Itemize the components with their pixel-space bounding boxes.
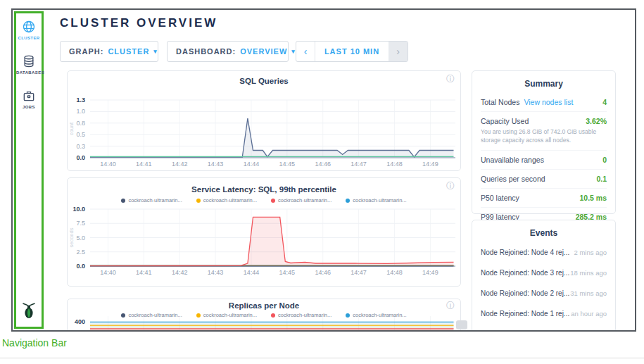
legend-dot-icon (196, 199, 201, 203)
svg-text:14:45: 14:45 (279, 269, 296, 276)
event-row[interactable]: Node Rejoined: Node 1 rej... an hour ago (481, 303, 607, 324)
event-text: Node Rejoined: Node 3 rej... (481, 269, 569, 277)
summary-row-p50: P50 latency 10.5 ms (481, 188, 607, 207)
event-row[interactable]: Node Rejoined: Node 4 rej... 2 mins ago (481, 242, 607, 263)
svg-text:10.0: 10.0 (72, 206, 85, 213)
svg-text:1.3: 1.3 (76, 96, 85, 103)
summary-label: Total Nodes (481, 98, 519, 106)
graph-dropdown-label: GRAPH: (69, 47, 103, 56)
legend-item[interactable]: cockroach-ultramarin... (196, 312, 257, 318)
svg-text:14:49: 14:49 (422, 161, 438, 168)
legend-dot-icon (346, 199, 350, 203)
summary-value: 0.1 (596, 175, 607, 183)
svg-text:14:44: 14:44 (244, 269, 260, 276)
cockroachdb-logo[interactable] (16, 301, 42, 322)
event-row[interactable]: Node Rejoined: Node 2 rej... 31 mins ago (481, 283, 607, 303)
svg-text:0.8: 0.8 (76, 120, 85, 127)
sidebar-item-label: DATABASES (16, 70, 42, 75)
summary-row-unavailable-ranges: Unavailable ranges 0 (481, 150, 607, 169)
svg-text:5.0: 5.0 (76, 234, 85, 241)
legend-item[interactable]: cockroach-ultramarin... (346, 197, 406, 203)
svg-text:seconds: seconds (68, 227, 75, 247)
summary-row-capacity: Capacity Used 3.62% (481, 111, 607, 130)
svg-text:14:48: 14:48 (386, 269, 403, 276)
legend-label: cockroach-ultramarin... (278, 197, 332, 203)
summary-row-total-nodes: Total Nodes View nodes list 4 (481, 93, 607, 111)
event-text: Node Rejoined: Node 4 rej... (481, 330, 569, 332)
legend-item[interactable]: cockroach-ultramarin... (271, 197, 332, 203)
sidebar-item-jobs[interactable]: JOBS (16, 89, 42, 109)
chart-title: SQL Queries (68, 77, 460, 85)
dashboard-dropdown-label: DASHBOARD: (176, 47, 236, 56)
events-title: Events (481, 220, 607, 242)
scrollbar-thumb[interactable] (456, 320, 467, 330)
app-screenshot-frame: CLUSTER DATABASES JOBS (11, 8, 636, 332)
svg-text:14:48: 14:48 (386, 161, 403, 168)
legend-dot-icon (196, 313, 201, 318)
summary-value: 3.62% (586, 117, 607, 125)
event-text: Node Rejoined: Node 4 rej... (481, 249, 569, 256)
event-row[interactable]: Node Rejoined: Node 3 rej... 18 mins ago (481, 263, 607, 283)
svg-text:0.5: 0.5 (76, 131, 85, 138)
info-icon[interactable]: ⓘ (446, 182, 455, 190)
service-latency-chart[interactable]: 0.02.55.07.510.014:4014:4114:4214:4314:4… (68, 178, 460, 286)
sidebar-item-databases[interactable]: DATABASES (16, 54, 42, 75)
legend-item[interactable]: cockroach-ultramarin... (121, 312, 182, 318)
legend-label: cockroach-ultramarin... (353, 197, 406, 203)
legend-item[interactable]: cockroach-ultramarin... (121, 197, 182, 203)
legend-label: cockroach-ultramarin... (203, 197, 257, 203)
time-prev-button[interactable]: ‹ (296, 42, 315, 61)
chevron-down-icon: ▾ (291, 48, 296, 55)
dashboard-dropdown-value: OVERVIEW (240, 47, 287, 56)
legend-item[interactable]: cockroach-ultramarin... (271, 312, 332, 318)
info-icon[interactable]: ⓘ (446, 301, 455, 310)
view-nodes-list-link[interactable]: View nodes list (524, 98, 573, 106)
svg-text:14:43: 14:43 (208, 269, 224, 276)
summary-label: Capacity Used (481, 117, 529, 125)
time-next-button[interactable]: › (389, 42, 408, 61)
svg-text:14:40: 14:40 (100, 161, 116, 168)
svg-text:14:49: 14:49 (422, 269, 438, 276)
event-row[interactable]: Node Rejoined: Node 4 rej... an hour ago (481, 324, 607, 332)
svg-text:14:42: 14:42 (172, 161, 188, 168)
capacity-note: You are using 26.8 GiB of 742.0 GiB usab… (481, 128, 607, 150)
svg-text:0.3: 0.3 (76, 143, 85, 150)
sidebar-item-cluster[interactable]: CLUSTER (16, 20, 42, 40)
graph-dropdown[interactable]: GRAPH: CLUSTER ▾ (60, 41, 158, 62)
summary-label: P50 latency (481, 194, 519, 202)
svg-text:14:46: 14:46 (315, 269, 331, 276)
legend-label: cockroach-ultramarin... (128, 197, 182, 203)
legend-label: cockroach-ultramarin... (128, 312, 182, 318)
svg-text:0.0: 0.0 (76, 263, 85, 270)
dashboard-dropdown[interactable]: DASHBOARD: OVERVIEW ▾ (167, 41, 289, 62)
svg-text:14:40: 14:40 (100, 269, 116, 276)
legend-item[interactable]: cockroach-ultramarin... (196, 197, 257, 203)
chevron-down-icon: ▾ (153, 48, 158, 55)
summary-title: Summary (481, 71, 607, 93)
chart-title: Service Latency: SQL, 99th percentile (68, 185, 460, 194)
svg-text:400: 400 (75, 318, 85, 325)
event-time: 31 mins ago (570, 289, 607, 297)
legend-dot-icon (271, 313, 275, 318)
summary-value: 10.5 ms (579, 194, 607, 202)
info-icon[interactable]: ⓘ (446, 75, 455, 83)
legend-label: cockroach-ultramarin... (353, 312, 406, 318)
svg-text:14:44: 14:44 (244, 161, 260, 168)
sql-queries-chart[interactable]: 0.00.30.50.81.01.314:4014:4114:4214:4314… (68, 71, 460, 170)
briefcase-icon (16, 89, 42, 103)
legend-label: cockroach-ultramarin... (278, 312, 332, 318)
svg-text:14:43: 14:43 (208, 161, 224, 168)
event-text: Node Rejoined: Node 1 rej... (481, 310, 569, 318)
time-range-label[interactable]: LAST 10 MIN (315, 42, 389, 61)
svg-text:2.5: 2.5 (76, 249, 85, 256)
event-time: an hour ago (571, 310, 607, 318)
chart-card-service-latency: 0.02.55.07.510.014:4014:4114:4214:4314:4… (67, 177, 461, 287)
legend-dot-icon (121, 199, 125, 203)
event-time: 2 mins ago (574, 249, 607, 256)
svg-text:0.0: 0.0 (76, 154, 85, 161)
legend-item[interactable]: cockroach-ultramarin... (346, 312, 406, 318)
legend-dot-icon (346, 313, 350, 318)
legend-dot-icon (271, 199, 275, 203)
event-time: an hour ago (571, 330, 607, 332)
svg-text:14:41: 14:41 (136, 161, 152, 168)
